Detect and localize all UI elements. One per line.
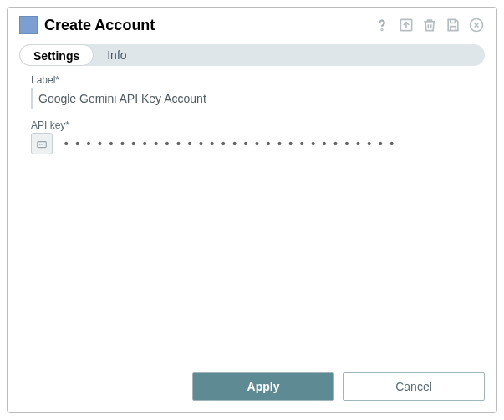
tabs-bar: Settings Info <box>19 44 485 66</box>
tab-settings[interactable]: Settings <box>19 44 94 66</box>
cancel-button[interactable]: Cancel <box>343 372 485 401</box>
label-field-label: Label* <box>31 74 473 86</box>
dialog-footer: Apply Cancel <box>8 362 496 412</box>
apply-button[interactable]: Apply <box>192 372 334 401</box>
svg-point-0 <box>382 29 383 30</box>
credentials-icon[interactable] <box>31 133 53 154</box>
apikey-field: API key* •••••••••••••••••••••••••••••• <box>31 119 473 154</box>
dialog-header: Create Account <box>8 8 496 39</box>
label-input[interactable] <box>31 88 473 109</box>
apikey-input[interactable]: •••••••••••••••••••••••••••••• <box>58 133 473 154</box>
header-actions <box>373 16 485 34</box>
form-area: Label* API key* ••••••••••••••••••••••••… <box>8 66 496 362</box>
account-type-icon <box>19 16 38 34</box>
create-account-dialog: Create Account Settings Info Label* <box>7 7 497 413</box>
save-icon[interactable] <box>445 17 461 33</box>
label-field: Label* <box>31 74 473 109</box>
dialog-title: Create Account <box>44 17 373 34</box>
tab-info[interactable]: Info <box>94 44 140 66</box>
import-icon[interactable] <box>398 17 415 33</box>
close-icon[interactable] <box>468 17 485 33</box>
help-icon[interactable] <box>373 16 391 34</box>
apikey-field-label: API key* <box>31 119 473 131</box>
delete-icon[interactable] <box>421 17 438 33</box>
